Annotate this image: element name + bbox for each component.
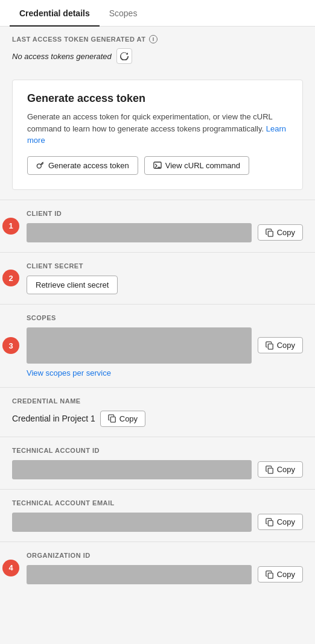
scopes-value [27, 327, 252, 364]
learn-more-link[interactable]: Learn more [27, 124, 286, 145]
organization-id-copy-button[interactable]: Copy [258, 566, 303, 582]
svg-rect-5 [268, 468, 273, 473]
organization-id-row: Copy [27, 565, 303, 584]
no-tokens-text: No access tokens generated [12, 52, 112, 61]
organization-id-section: ORGANIZATION ID Copy [0, 542, 315, 594]
technical-account-id-label: TECHNICAL ACCOUNT ID [12, 447, 303, 454]
badge-1: 1 [2, 218, 19, 235]
technical-account-id-copy-button[interactable]: Copy [258, 461, 303, 478]
copy-icon [266, 229, 274, 237]
technical-account-id-section: TECHNICAL ACCOUNT ID Copy [0, 437, 315, 489]
terminal-icon [153, 161, 162, 169]
copy-icon-cred-name [108, 414, 116, 423]
copy-icon-org-id [266, 570, 274, 579]
technical-account-email-section: TECHNICAL ACCOUNT EMAIL Copy [0, 490, 315, 541]
credential-name-row: Credential in Project 1 Copy [12, 411, 303, 427]
technical-account-email-row: Copy [12, 513, 303, 532]
credential-name-label: CREDENTIAL NAME [12, 397, 303, 405]
technical-account-id-value [12, 460, 252, 479]
scopes-label: SCOPES [27, 314, 303, 321]
client-id-copy-button[interactable]: Copy [258, 224, 303, 241]
scopes-copy-button[interactable]: Copy [258, 337, 303, 353]
tabs-bar: Credential details Scopes [0, 0, 315, 27]
badge-4: 4 [2, 560, 19, 576]
generate-card-description: Generate an access token for quick exper… [27, 111, 288, 147]
copy-icon-tech-email [266, 518, 274, 526]
svg-rect-2 [268, 231, 273, 236]
last-token-section: LAST ACCESS TOKEN GENERATED AT i No acce… [0, 27, 315, 70]
credential-name-value: Credential in Project 1 [12, 414, 95, 423]
svg-rect-4 [110, 417, 115, 422]
copy-icon-tech-id [266, 466, 274, 474]
key-icon [36, 161, 45, 169]
scopes-section: SCOPES Copy View scopes per service [0, 305, 315, 387]
credential-name-section: CREDENTIAL NAME Credential in Project 1 … [0, 388, 315, 437]
generate-card-title: Generate access token [27, 92, 288, 105]
retrieve-client-secret-button[interactable]: Retrieve client secret [27, 276, 118, 294]
client-secret-section: CLIENT SECRET Retrieve client secret [0, 253, 315, 304]
view-scopes-link[interactable]: View scopes per service [27, 368, 303, 377]
technical-account-id-row: Copy [12, 460, 303, 479]
tab-credential-details[interactable]: Credential details [10, 0, 100, 27]
badge-2: 2 [2, 270, 19, 286]
badge-3: 3 [2, 337, 19, 354]
generate-access-token-card: Generate access token Generate an access… [12, 80, 303, 190]
svg-rect-7 [268, 573, 273, 578]
client-id-label: CLIENT ID [27, 210, 303, 217]
client-id-value [27, 223, 252, 242]
svg-rect-3 [268, 344, 273, 349]
technical-account-email-value [12, 513, 252, 532]
client-id-section: CLIENT ID Copy [0, 200, 315, 252]
last-token-label: LAST ACCESS TOKEN GENERATED AT i [12, 35, 303, 43]
refresh-button[interactable] [116, 48, 132, 64]
refresh-icon [120, 52, 129, 60]
organization-id-label: ORGANIZATION ID [27, 552, 303, 559]
technical-account-email-copy-button[interactable]: Copy [258, 514, 303, 530]
credential-name-copy-button[interactable]: Copy [100, 411, 145, 427]
copy-icon-scopes [266, 341, 274, 350]
organization-id-value [27, 565, 252, 584]
client-id-row: Copy [27, 223, 303, 242]
tab-scopes[interactable]: Scopes [100, 0, 147, 27]
no-tokens-row: No access tokens generated [12, 48, 303, 64]
technical-account-email-label: TECHNICAL ACCOUNT EMAIL [12, 499, 303, 507]
client-secret-row: Retrieve client secret [27, 276, 303, 294]
card-buttons: Generate access token View cURL command [27, 156, 288, 175]
svg-rect-6 [268, 520, 273, 526]
view-curl-command-button[interactable]: View cURL command [144, 156, 249, 175]
last-token-info-icon: i [149, 35, 158, 43]
client-secret-label: CLIENT SECRET [27, 262, 303, 270]
generate-access-token-button[interactable]: Generate access token [27, 156, 138, 175]
scopes-row: Copy [27, 327, 303, 364]
